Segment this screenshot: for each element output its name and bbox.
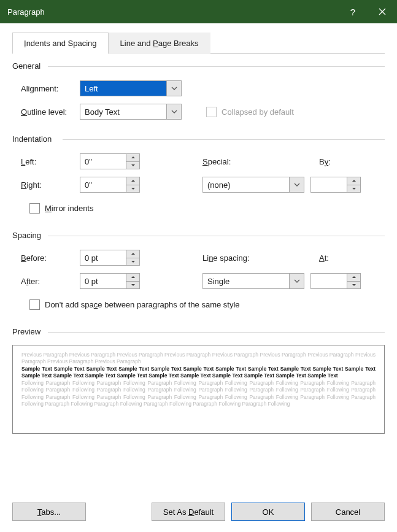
at-spin[interactable]: [310, 273, 361, 289]
at-value: [311, 274, 347, 288]
by-label: By:: [319, 157, 344, 166]
section-preview-title: Preview: [12, 327, 385, 336]
cancel-button[interactable]: Cancel: [311, 503, 385, 521]
tab-indents-spacing[interactable]: Indents and Spacing: [12, 33, 109, 54]
spin-down-icon[interactable]: [347, 185, 360, 193]
help-button[interactable]: ?: [338, 0, 368, 23]
special-combo[interactable]: (none): [202, 177, 304, 193]
after-spin[interactable]: 0 pt: [80, 273, 140, 289]
chevron-down-icon[interactable]: [166, 81, 181, 96]
tab-label: ndents and Spacing: [26, 39, 97, 48]
indent-left-spin[interactable]: 0": [80, 153, 140, 169]
before-value: 0 pt: [80, 250, 126, 265]
indent-left-label: Left:: [12, 157, 80, 166]
dont-add-space-checkbox[interactable]: Don't add space between paragraphs of th…: [12, 299, 240, 310]
preview-sample-text: Sample Text Sample Text Sample Text Samp…: [21, 366, 376, 380]
mirror-indents-checkbox[interactable]: Mirror indents: [12, 203, 93, 214]
spin-down-icon[interactable]: [126, 161, 139, 169]
spin-up-icon[interactable]: [347, 177, 360, 185]
after-label: After:: [12, 277, 80, 286]
spin-down-icon[interactable]: [126, 281, 139, 289]
by-value: [311, 177, 347, 192]
ok-button[interactable]: OK: [231, 503, 305, 521]
checkbox-box: [29, 299, 40, 310]
preview-box: Previous Paragraph Previous Paragraph Pr…: [12, 345, 385, 434]
outline-level-label: Outline level:: [12, 107, 80, 117]
window-title: Paragraph: [7, 7, 338, 17]
collapsed-checkbox: Collapsed by default: [198, 107, 294, 117]
at-label: At:: [319, 253, 344, 263]
dont-add-space-label: Don't add space between paragraphs of th…: [45, 300, 240, 309]
mirror-indents-label: Mirror indents: [45, 204, 93, 213]
spin-up-icon[interactable]: [126, 154, 139, 161]
spin-down-icon[interactable]: [126, 185, 139, 193]
chevron-down-icon[interactable]: [289, 274, 304, 288]
section-spacing-title: Spacing: [12, 231, 385, 240]
before-spin[interactable]: 0 pt: [80, 250, 140, 266]
alignment-label: Alignment:: [12, 84, 80, 93]
checkbox-box: [206, 107, 217, 117]
spin-up-icon[interactable]: [126, 250, 139, 258]
tab-strip: Indents and Spacing Line and Page Breaks: [12, 32, 385, 54]
spin-up-icon[interactable]: [347, 274, 360, 281]
spin-down-icon[interactable]: [347, 281, 360, 289]
spin-up-icon[interactable]: [126, 177, 139, 185]
before-label: Before:: [12, 253, 80, 263]
section-general-title: General: [12, 61, 385, 71]
preview-following-text: Following Paragraph Following Paragraph …: [21, 380, 376, 408]
by-spin[interactable]: [310, 177, 361, 193]
tab-label: Line and Page Breaks: [120, 39, 199, 48]
outline-level-combo[interactable]: Body Text: [80, 104, 182, 120]
linespacing-value: Single: [203, 274, 289, 288]
indent-right-label: Right:: [12, 180, 80, 190]
chevron-down-icon[interactable]: [166, 104, 181, 119]
indent-left-value: 0": [80, 154, 126, 169]
close-button[interactable]: [368, 0, 397, 23]
checkbox-box: [29, 203, 40, 214]
after-value: 0 pt: [80, 274, 126, 288]
linespacing-combo[interactable]: Single: [202, 273, 304, 289]
tabs-button[interactable]: Tabs...: [12, 503, 86, 521]
collapsed-label: Collapsed by default: [222, 107, 294, 117]
linespacing-label: Line spacing:: [202, 253, 319, 263]
spin-up-icon[interactable]: [126, 274, 139, 281]
preview-previous-text: Previous Paragraph Previous Paragraph Pr…: [21, 352, 376, 366]
tab-line-page-breaks[interactable]: Line and Page Breaks: [109, 33, 210, 54]
spin-down-icon[interactable]: [126, 258, 139, 266]
alignment-combo[interactable]: Left: [80, 80, 182, 96]
close-icon: [379, 8, 386, 15]
button-bar: Tabs... Set As Default OK Cancel: [12, 503, 385, 521]
set-default-button[interactable]: Set As Default: [152, 503, 225, 521]
indent-right-value: 0": [80, 177, 126, 192]
section-indentation-title: Indentation: [12, 134, 385, 144]
special-value: (none): [203, 177, 289, 192]
title-bar: Paragraph ?: [0, 0, 397, 23]
indent-right-spin[interactable]: 0": [80, 177, 140, 193]
chevron-down-icon[interactable]: [289, 177, 304, 192]
special-label: Special:: [202, 157, 319, 166]
alignment-value: Left: [80, 81, 166, 96]
outline-level-value: Body Text: [80, 104, 166, 119]
